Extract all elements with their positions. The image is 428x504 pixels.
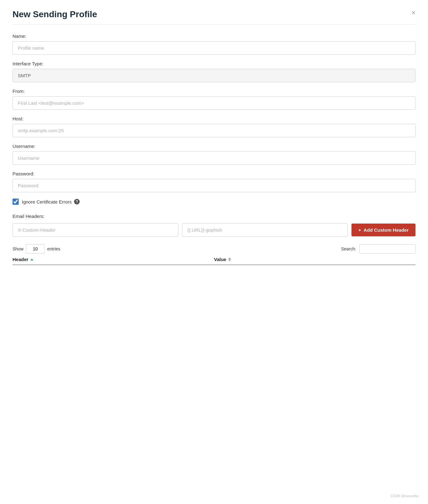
search-input[interactable] bbox=[359, 244, 416, 254]
table-controls: Show entries Search: bbox=[12, 244, 416, 254]
header-name-input[interactable] bbox=[12, 223, 178, 237]
host-group: Host: bbox=[12, 116, 416, 137]
host-input[interactable] bbox=[12, 124, 416, 137]
sort-down-gray-icon bbox=[228, 260, 231, 261]
modal-container: New Sending Profile × Name: Interface Ty… bbox=[0, 0, 428, 504]
header-col-header[interactable]: Header bbox=[12, 257, 214, 262]
header-value-input[interactable] bbox=[182, 223, 348, 237]
ignore-cert-group: Ignore Certificate Errors ? bbox=[12, 199, 416, 205]
username-group: Username: bbox=[12, 144, 416, 165]
sort-up-gray-icon bbox=[228, 257, 231, 259]
username-input[interactable] bbox=[12, 151, 416, 165]
watermark: CSDN @nwpuhkp bbox=[391, 494, 419, 498]
table-header-row: Header Value bbox=[12, 257, 416, 265]
password-input[interactable] bbox=[12, 179, 416, 192]
search-label: Search: bbox=[341, 246, 356, 251]
username-label: Username: bbox=[12, 144, 416, 149]
password-group: Password: bbox=[12, 171, 416, 192]
from-input[interactable] bbox=[12, 96, 416, 110]
plus-icon: + bbox=[358, 227, 361, 233]
ignore-cert-checkbox[interactable] bbox=[12, 199, 19, 205]
host-label: Host: bbox=[12, 116, 416, 121]
interface-type-group: Interface Type: bbox=[12, 61, 416, 82]
add-header-button[interactable]: + Add Custom Header bbox=[351, 224, 416, 236]
sort-up-icon bbox=[30, 259, 33, 260]
from-group: From: bbox=[12, 88, 416, 110]
interface-type-input bbox=[12, 69, 416, 82]
name-label: Name: bbox=[12, 33, 416, 39]
name-input[interactable] bbox=[12, 41, 416, 55]
value-col-header[interactable]: Value bbox=[214, 257, 416, 262]
close-button[interactable]: × bbox=[411, 9, 416, 16]
modal-header: New Sending Profile × bbox=[12, 9, 416, 25]
header-sort-icons bbox=[30, 259, 33, 260]
header-inputs-row: + Add Custom Header bbox=[12, 223, 416, 237]
email-headers-label: Email Headers: bbox=[12, 214, 416, 219]
entries-input[interactable] bbox=[26, 244, 45, 254]
from-label: From: bbox=[12, 88, 416, 94]
show-label: Show bbox=[12, 246, 23, 251]
password-label: Password: bbox=[12, 171, 416, 176]
search-group: Search: bbox=[341, 244, 416, 254]
email-headers-section: Email Headers: + Add Custom Header Show … bbox=[12, 214, 416, 265]
entries-label: entries bbox=[47, 246, 60, 251]
name-group: Name: bbox=[12, 33, 416, 55]
value-sort-icons bbox=[228, 257, 231, 261]
help-icon[interactable]: ? bbox=[74, 199, 80, 204]
ignore-cert-label: Ignore Certificate Errors ? bbox=[22, 199, 80, 204]
interface-type-label: Interface Type: bbox=[12, 61, 416, 66]
show-entries-group: Show entries bbox=[12, 244, 60, 254]
modal-title: New Sending Profile bbox=[12, 9, 97, 19]
add-header-label: Add Custom Header bbox=[364, 227, 409, 233]
